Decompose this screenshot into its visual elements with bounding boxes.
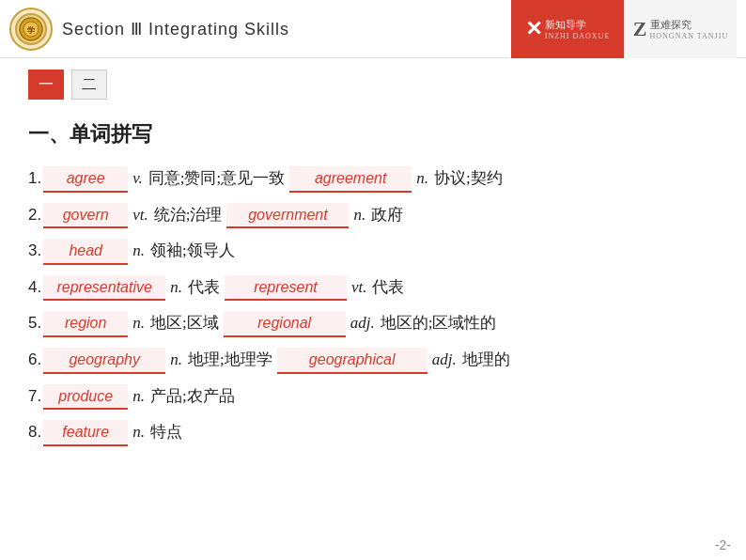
- vocab-item: 8.featuren.特点: [28, 419, 718, 446]
- pos1: n.: [132, 419, 145, 444]
- vocab-answer-1: feature: [43, 420, 128, 446]
- meaning1: 特点: [150, 419, 182, 444]
- logo-inner: 学: [15, 13, 47, 45]
- tab2-pinyin: HONGNAN TANJIU: [650, 32, 729, 40]
- vocab-list: 1.agreev.同意;赞同;意见一致agreementn.协议;契约2.gov…: [28, 165, 718, 446]
- meaning1: 地理;地理学: [188, 347, 272, 372]
- vocab-item: 5.regionn.地区;区域regionaladj.地区的;区域性的: [28, 310, 718, 337]
- vocab-item: 3.headn.领袖;领导人: [28, 238, 718, 265]
- tab-button-2[interactable]: 二: [71, 70, 107, 100]
- header: 学 Section Ⅲ Integrating Skills ✕ 新知导学 IN…: [0, 0, 746, 58]
- button-row: 一 二: [0, 58, 746, 111]
- item-number: 5.: [28, 310, 41, 335]
- x-icon: ✕: [525, 17, 542, 41]
- item-number: 4.: [28, 274, 41, 300]
- vocab-answer-2: government: [226, 203, 349, 229]
- meaning2: 代表: [372, 274, 404, 300]
- header-title: Section Ⅲ Integrating Skills: [62, 19, 289, 39]
- meaning1: 地区;区域: [150, 310, 219, 335]
- header-nav: ✕ 新知导学 INZHI DAOXUE Z 重难探究 HONGNAN TANJI…: [511, 0, 737, 58]
- tab-xinzhi[interactable]: ✕ 新知导学 INZHI DAOXUE: [511, 0, 624, 58]
- vocab-item: 2.governvt.统治;治理governmentn.政府: [28, 202, 718, 229]
- meaning1: 代表: [188, 274, 220, 300]
- pos2: vt.: [351, 274, 367, 300]
- meaning1: 统治;治理: [154, 202, 223, 227]
- tab1-chinese: 新知导学: [545, 18, 611, 32]
- meaning2: 协议;契约: [434, 165, 503, 191]
- pos2: adj.: [432, 347, 457, 372]
- vocab-answer-2: regional: [224, 311, 346, 337]
- meaning2: 地理的: [462, 347, 510, 372]
- vocab-answer-1: region: [43, 311, 128, 337]
- meaning1: 产品;农产品: [150, 383, 235, 409]
- pos2: n.: [416, 165, 428, 191]
- pos1: n.: [170, 274, 182, 300]
- pos2: n.: [353, 202, 365, 227]
- vocab-answer-1: produce: [43, 384, 128, 411]
- tab2-chinese: 重难探究: [650, 18, 729, 32]
- vocab-answer-1: govern: [43, 203, 128, 229]
- item-number: 6.: [28, 347, 41, 372]
- vocab-answer-2: geographical: [277, 348, 427, 374]
- meaning2: 地区的;区域性的: [381, 310, 497, 335]
- pos1: v.: [132, 165, 143, 191]
- pos1: n.: [170, 347, 182, 372]
- z-icon: Z: [633, 17, 647, 41]
- vocab-answer-2: agreement: [289, 166, 412, 193]
- tab-button-1[interactable]: 一: [28, 70, 64, 100]
- logo: 学: [9, 8, 53, 51]
- vocab-item: 7.producen.产品;农产品: [28, 383, 718, 411]
- item-number: 1.: [28, 165, 41, 191]
- pos1: n.: [132, 238, 145, 263]
- vocab-answer-2: represent: [225, 275, 347, 302]
- section-title: 一、单词拼写: [28, 120, 718, 148]
- vocab-answer-1: head: [43, 239, 128, 265]
- vocab-answer-1: representative: [43, 275, 165, 302]
- pos1: vt.: [132, 202, 148, 227]
- meaning1: 同意;赞同;意见一致: [148, 165, 285, 191]
- pos2: adj.: [350, 310, 375, 335]
- vocab-item: 4.representativen.代表representvt.代表: [28, 274, 718, 302]
- tab1-pinyin: INZHI DAOXUE: [545, 32, 611, 40]
- item-number: 3.: [28, 238, 41, 263]
- pos1: n.: [132, 310, 145, 335]
- vocab-answer-1: agree: [43, 166, 128, 193]
- vocab-item: 1.agreev.同意;赞同;意见一致agreementn.协议;契约: [28, 165, 718, 193]
- meaning2: 政府: [371, 202, 403, 227]
- vocab-answer-1: geography: [43, 348, 165, 374]
- footer-page: -2-: [715, 537, 731, 552]
- item-number: 2.: [28, 202, 41, 227]
- main-content: 一、单词拼写 1.agreev.同意;赞同;意见一致agreementn.协议;…: [0, 111, 746, 465]
- tab-zhongnan[interactable]: Z 重难探究 HONGNAN TANJIU: [624, 0, 737, 58]
- meaning1: 领袖;领导人: [150, 238, 235, 263]
- item-number: 7.: [28, 383, 41, 409]
- vocab-item: 6.geographyn.地理;地理学geographicaladj.地理的: [28, 347, 718, 374]
- svg-text:学: 学: [27, 26, 35, 35]
- item-number: 8.: [28, 419, 41, 444]
- pos1: n.: [132, 383, 145, 409]
